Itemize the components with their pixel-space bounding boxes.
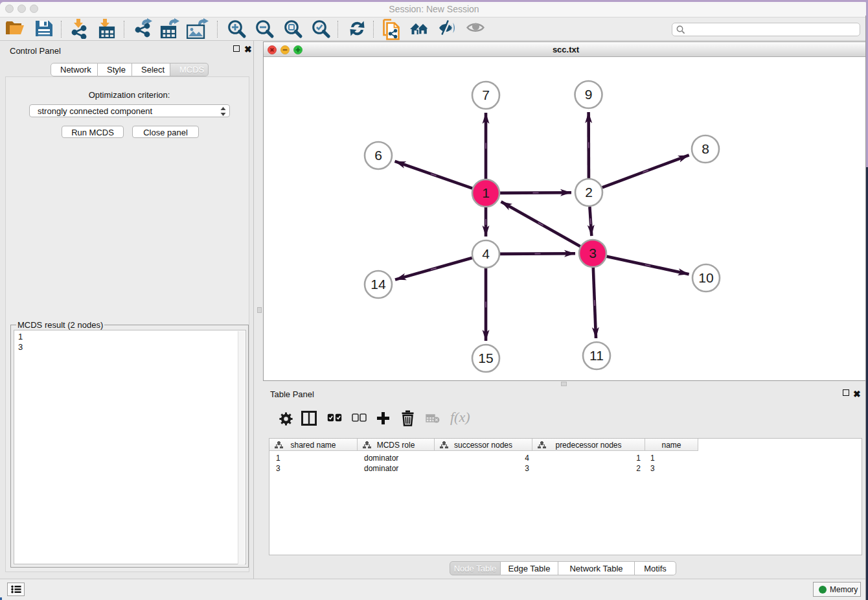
svg-text:7: 7	[482, 87, 490, 102]
svg-text:6: 6	[374, 148, 382, 163]
svg-text:8: 8	[702, 141, 709, 156]
svg-text:14: 14	[371, 277, 386, 292]
svg-text:11: 11	[589, 348, 604, 363]
svg-text:4: 4	[482, 246, 490, 261]
svg-text:1: 1	[482, 185, 490, 200]
svg-text:9: 9	[585, 87, 593, 102]
svg-text:2: 2	[585, 185, 593, 200]
svg-text:3: 3	[589, 246, 597, 260]
svg-text:10: 10	[698, 270, 713, 285]
svg-text:15: 15	[478, 351, 493, 365]
